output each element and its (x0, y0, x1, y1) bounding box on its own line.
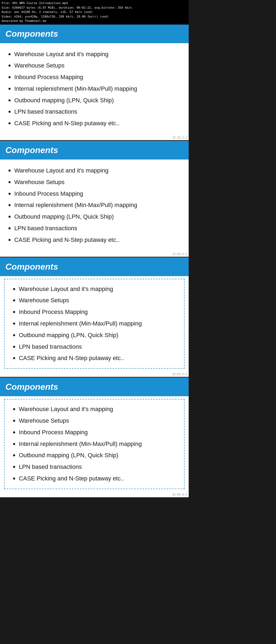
slide-4-item-5: Outbound mapping (LPN, Quick Ship) (13, 450, 180, 461)
slide-1-body: Warehouse Layout and it's mappingWarehou… (0, 43, 189, 135)
slide-3-timestamp: 22:01:3:2 (172, 373, 187, 376)
slide-1-item-4: Internal replenishment (Min-Max/Pull) ma… (8, 83, 183, 95)
slide-2-timestamp: 22:02:2:1 (172, 253, 187, 256)
slide-3-body: Warehouse Layout and it's mappingWarehou… (4, 279, 185, 369)
slide-4-header: Components (0, 378, 189, 396)
slide-1-title: Components (5, 29, 183, 39)
file-info-line5: Generated by Thumbnail me (2, 19, 187, 23)
file-info-line1: File: 001 WMS Course Introduction.mp4 (2, 1, 187, 6)
slide-4-timestamp: 22:01:4:3 (172, 493, 187, 496)
slide-4-title: Components (5, 382, 183, 392)
slide-2-item-4: Internal replenishment (Min-Max/Pull) ma… (8, 199, 183, 211)
file-info-line4: Video: h264, yuv420p, 1280x720, 298 kb/s… (2, 15, 187, 19)
slide-4-item-1: Warehouse Layout and it's mapping (13, 404, 180, 415)
slide-1-item-7: CASE Picking and N-Step putaway etc.. (8, 118, 183, 129)
slide-3-item-4: Internal replenishment (Min-Max/Pull) ma… (13, 318, 180, 330)
slide-2-title: Components (5, 145, 183, 155)
slide-4-body: Warehouse Layout and it's mappingWarehou… (4, 399, 185, 489)
slide-1-header: Components (0, 25, 189, 43)
slides-container: ComponentsWarehouse Layout and it's mapp… (0, 25, 189, 498)
slide-4-item-7: CASE Picking and N-Step putaway etc.. (13, 473, 180, 484)
file-info-bar: File: 001 WMS Course Introduction.mp4 Si… (0, 0, 189, 25)
slide-4-item-3: Inbound Process Mapping (13, 427, 180, 438)
slide-2-item-1: Warehouse Layout and it's mapping (8, 165, 183, 177)
slide-3-header: Components (0, 257, 189, 276)
slide-1-item-6: LPN based transactions (8, 106, 183, 118)
slide-3-item-5: Outbound mapping (LPN, Quick Ship) (13, 330, 180, 341)
slide-4-item-4: Internal replenishment (Min-Max/Pull) ma… (13, 438, 180, 450)
slide-2-header: Components (0, 141, 189, 160)
slide-3-item-1: Warehouse Layout and it's mapping (13, 283, 180, 295)
slide-3-item-7: CASE Picking and N-Step putaway etc.. (13, 352, 180, 364)
slide-4: ComponentsWarehouse Layout and it's mapp… (0, 378, 189, 498)
slide-3-item-3: Inbound Process Mapping (13, 306, 180, 318)
slide-2-item-3: Inbound Process Mapping (8, 188, 183, 200)
slide-1-item-5: Outbound mapping (LPN, Quick Ship) (8, 95, 183, 106)
slide-1-timestamp: 22:22:1:1 (172, 136, 187, 139)
slide-2: ComponentsWarehouse Layout and it's mapp… (0, 141, 189, 257)
slide-2-item-2: Warehouse Setups (8, 177, 183, 188)
file-info-line2: Size: 6360637 bytes (6.07 MiB), duration… (2, 6, 187, 10)
slide-2-item-6: LPN based transactions (8, 223, 183, 234)
slide-2-item-5: Outbound mapping (LPN, Quick Ship) (8, 211, 183, 223)
slide-1-item-1: Warehouse Layout and it's mapping (8, 49, 183, 60)
slide-1: ComponentsWarehouse Layout and it's mapp… (0, 25, 189, 141)
slide-1-list: Warehouse Layout and it's mappingWarehou… (8, 49, 183, 130)
slide-2-item-7: CASE Picking and N-Step putaway etc.. (8, 234, 183, 246)
slide-4-list: Warehouse Layout and it's mappingWarehou… (13, 404, 180, 484)
slide-2-body: Warehouse Layout and it's mappingWarehou… (0, 160, 189, 251)
slide-3-item-2: Warehouse Setups (13, 295, 180, 306)
file-info-line3: Audio: aac 44100 Hz, 2 channels, s16, 57… (2, 10, 187, 15)
slide-3-title: Components (5, 262, 183, 272)
slide-1-item-2: Warehouse Setups (8, 60, 183, 72)
slide-3: ComponentsWarehouse Layout and it's mapp… (0, 257, 189, 378)
slide-3-list: Warehouse Layout and it's mappingWarehou… (13, 283, 180, 364)
slide-3-item-6: LPN based transactions (13, 341, 180, 353)
slide-1-item-3: Inbound Process Mapping (8, 72, 183, 83)
slide-4-item-2: Warehouse Setups (13, 415, 180, 427)
slide-4-item-6: LPN based transactions (13, 461, 180, 473)
slide-2-list: Warehouse Layout and it's mappingWarehou… (8, 165, 183, 246)
